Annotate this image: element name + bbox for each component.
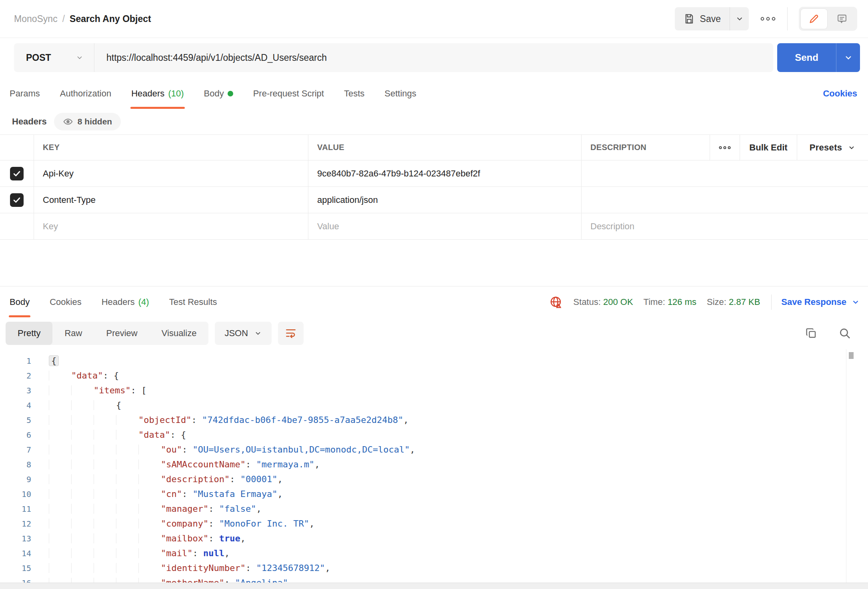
header-description-cell[interactable]: [582, 160, 868, 186]
response-tab-body[interactable]: Body: [9, 286, 30, 317]
tab-label: Pre-request Script: [253, 88, 324, 99]
view-tab-pretty[interactable]: Pretty: [6, 322, 52, 345]
header-key-input[interactable]: Key: [34, 213, 308, 239]
fold-marker[interactable]: {: [49, 355, 59, 366]
code-line: 8"sAMAccountName": "mermaya.m",: [0, 457, 868, 472]
view-tab-preview[interactable]: Preview: [94, 322, 149, 345]
indent-guide: [116, 504, 138, 514]
presets-button[interactable]: Presets: [797, 135, 868, 160]
row-checkbox-cell: [0, 187, 34, 213]
indent-guide: [71, 563, 94, 573]
hidden-headers-toggle[interactable]: 8 hidden: [54, 113, 121, 130]
request-tabs: ParamsAuthorizationHeaders(10)BodyPre-re…: [0, 78, 868, 109]
checkbox-checked[interactable]: [10, 167, 24, 180]
status-value: 200 OK: [603, 297, 633, 307]
indent-guide: [116, 489, 138, 499]
wrap-text-button[interactable]: [278, 322, 304, 345]
code-tokens: "objectId": "742dfdac-b06f-4be7-9855-a7a…: [138, 415, 409, 425]
indent-guide: [138, 445, 161, 455]
save-response-button[interactable]: Save Response: [781, 297, 860, 307]
view-tab-visualize[interactable]: Visualize: [150, 322, 209, 345]
tab-settings[interactable]: Settings: [384, 78, 417, 109]
send-button[interactable]: Send: [777, 43, 836, 72]
tab-headers[interactable]: Headers(10): [130, 78, 184, 109]
breadcrumb-separator: /: [62, 14, 65, 24]
search-icon: [838, 327, 851, 340]
indent-guide: [49, 385, 71, 395]
time-value: 126 ms: [668, 297, 696, 307]
tab-body[interactable]: Body: [203, 78, 234, 109]
tab-label: Params: [10, 88, 40, 99]
globe-warning-icon[interactable]: [549, 295, 563, 309]
line-number: 7: [0, 445, 31, 455]
token-k: "identityNumber": [161, 563, 246, 573]
code-line: 1{: [0, 353, 868, 368]
header-key-cell[interactable]: Api-Key: [34, 160, 308, 186]
method-select[interactable]: POST: [14, 52, 94, 63]
code-content: "ou": "OU=Users,OU=istanbul,DC=monodc,DC…: [49, 445, 415, 455]
copy-response-button[interactable]: [805, 327, 818, 340]
topbar: MonoSync / Search Any Object Save: [0, 0, 868, 38]
response-status-bar: Status: 200 OK Time: 126 ms Size: 2.87 K…: [549, 294, 860, 310]
line-number: 15: [0, 563, 31, 573]
tab-label: Test Results: [169, 297, 217, 307]
code-tokens: "mailbox": true,: [161, 533, 246, 543]
token-p: :: [208, 533, 219, 543]
code-line: 7"ou": "OU=Users,OU=istanbul,DC=monodc,D…: [0, 442, 868, 457]
code-content: "identityNumber": "12345678912",: [49, 563, 330, 573]
header-key-cell[interactable]: Content-Type: [34, 187, 308, 213]
send-options-button[interactable]: [836, 43, 860, 72]
code-tokens: "ou": "OU=Users,OU=istanbul,DC=monodc,DC…: [161, 445, 415, 455]
tab-label: Body: [204, 88, 224, 99]
response-tab-test-results[interactable]: Test Results: [168, 286, 218, 317]
topbar-divider: [787, 7, 788, 30]
headers-table-header: KEY VALUE DESCRIPTION Bulk Edit Presets: [0, 135, 868, 160]
view-tab-raw[interactable]: Raw: [52, 322, 94, 345]
response-tab-cookies[interactable]: Cookies: [49, 286, 82, 317]
bulk-edit-button[interactable]: Bulk Edit: [740, 135, 797, 160]
header-value-cell[interactable]: 9ce840b7-82a6-47b9-b124-023487ebef2f: [308, 160, 582, 186]
indent-guide: [49, 400, 71, 410]
url-input[interactable]: https://localhost:4459/api/v1/objects/AD…: [94, 52, 773, 63]
search-response-button[interactable]: [838, 327, 851, 340]
indent-guide: [94, 400, 116, 410]
header-description-cell[interactable]: [582, 187, 868, 213]
tab-tests[interactable]: Tests: [343, 78, 365, 109]
code-line: 12"company": "MonoFor Inc. TR",: [0, 516, 868, 531]
indent-guide: [138, 519, 161, 529]
comments-button[interactable]: [829, 9, 855, 29]
tab-params[interactable]: Params: [9, 78, 41, 109]
tab-authorization[interactable]: Authorization: [59, 78, 112, 109]
indent-guide: [116, 445, 138, 455]
token-p: ,: [224, 548, 230, 558]
more-options-button[interactable]: [760, 16, 776, 22]
code-tokens: "data": {: [71, 371, 119, 381]
header-description-input[interactable]: Description: [582, 213, 868, 239]
save-options-button[interactable]: [730, 7, 749, 30]
indent-guide: [94, 563, 116, 573]
format-select[interactable]: JSON: [215, 322, 272, 345]
tab-label: Headers: [102, 297, 135, 307]
tab-pre-request-script[interactable]: Pre-request Script: [252, 78, 325, 109]
edit-mode-button[interactable]: [801, 9, 827, 29]
vertical-scrollbar-thumb[interactable]: [849, 352, 854, 359]
indent-guide: [71, 578, 94, 583]
save-button[interactable]: Save: [675, 7, 730, 30]
token-k: "items": [94, 385, 131, 395]
response-tab-headers[interactable]: Headers(4): [101, 286, 150, 317]
token-p: : {: [170, 430, 186, 440]
header-value-input[interactable]: Value: [308, 213, 582, 239]
column-options-button[interactable]: [710, 135, 740, 160]
horizontal-scrollbar[interactable]: [0, 583, 868, 589]
indent-guide: [49, 489, 71, 499]
code-line: 3"items": [: [0, 383, 868, 398]
save-button-group: Save: [675, 7, 749, 30]
response-header: BodyCookiesHeaders(4)Test Results Status…: [0, 286, 868, 317]
breadcrumb-collection[interactable]: MonoSync: [14, 14, 58, 24]
cookies-link[interactable]: Cookies: [823, 88, 857, 99]
header-value-cell[interactable]: application/json: [308, 187, 582, 213]
table-row-empty: KeyValueDescription: [0, 213, 868, 240]
code-line: 16"motherName": "Angelina",: [0, 575, 868, 583]
format-value: JSON: [224, 328, 248, 339]
checkbox-checked[interactable]: [10, 193, 24, 207]
